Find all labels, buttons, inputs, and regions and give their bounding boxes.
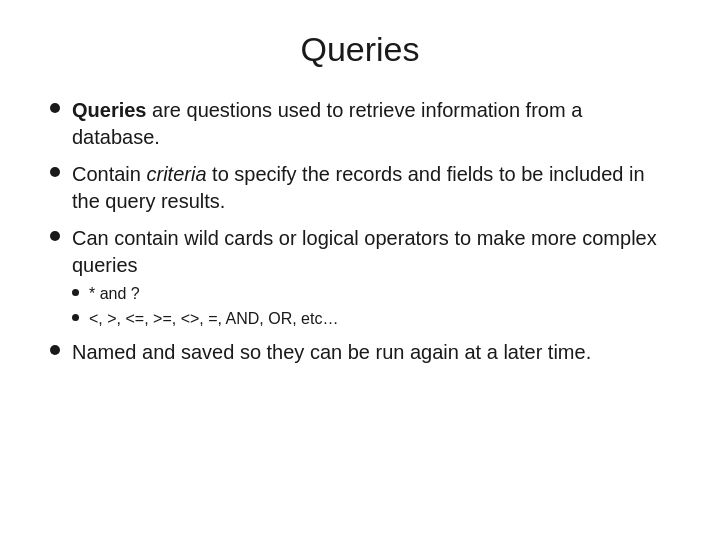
slide-title: Queries [50,30,670,69]
sub-bullet-text: * and ? [89,283,670,305]
bullet-content: Contain criteria to specify the records … [72,161,670,215]
sub-bullet-dot [72,314,79,321]
list-item: Named and saved so they can be run again… [50,339,670,366]
sub-list-item: * and ? [72,283,670,305]
bullet-text: are questions used to retrieve informati… [72,99,582,148]
sub-list-item: <, >, <=, >=, <>, =, AND, OR, etc… [72,308,670,330]
bullet-list: Queries are questions used to retrieve i… [50,97,670,366]
bullet-content: Can contain wild cards or logical operat… [72,225,670,329]
sub-bullet-text: <, >, <=, >=, <>, =, AND, OR, etc… [89,308,670,330]
bullet-dot [50,231,60,241]
list-item: Queries are questions used to retrieve i… [50,97,670,151]
bullet-text: Can contain wild cards or logical operat… [72,227,657,276]
bullet-dot [50,167,60,177]
bullet-text-italic: criteria [147,163,207,185]
sub-bullet-dot [72,289,79,296]
bullet-content: Named and saved so they can be run again… [72,339,670,366]
bullet-content: Queries are questions used to retrieve i… [72,97,670,151]
bullet-text: Contain [72,163,147,185]
list-item: Can contain wild cards or logical operat… [50,225,670,329]
bullet-dot [50,103,60,113]
list-item: Contain criteria to specify the records … [50,161,670,215]
bullet-text-bold: Queries [72,99,146,121]
slide: Queries Queries are questions used to re… [0,0,720,540]
sub-bullet-list: * and ? <, >, <=, >=, <>, =, AND, OR, et… [72,283,670,329]
bullet-dot [50,345,60,355]
bullet-text: Named and saved so they can be run again… [72,341,591,363]
